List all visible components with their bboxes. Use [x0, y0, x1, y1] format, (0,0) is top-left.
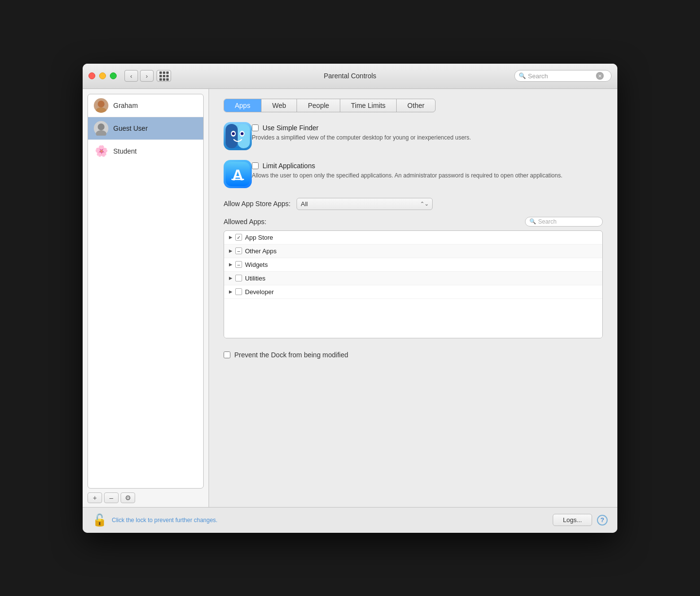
svg-point-9 — [232, 132, 235, 135]
expand-icon: ▶ — [229, 262, 232, 267]
avatar-student: 🌸 — [94, 144, 108, 158]
utilities-name: Utilities — [245, 275, 265, 282]
simple-finder-text: Use Simple Finder Provides a simplified … — [252, 122, 603, 142]
tab-apps[interactable]: Apps — [224, 99, 262, 112]
svg-point-0 — [98, 101, 105, 107]
widgets-checkbox[interactable]: – — [235, 261, 242, 268]
maximize-button[interactable] — [110, 72, 117, 79]
tab-people[interactable]: People — [297, 99, 340, 112]
svg-point-3 — [96, 130, 106, 136]
lock-icon[interactable]: 🔓 — [92, 513, 107, 527]
svg-rect-6 — [238, 124, 250, 148]
nav-buttons: ‹ › — [124, 70, 154, 82]
developer-name: Developer — [245, 288, 274, 296]
expand-icon: ▶ — [229, 248, 232, 253]
add-user-button[interactable]: + — [88, 492, 102, 503]
allowed-apps-search[interactable]: 🔍 — [525, 217, 603, 227]
avatar-graham — [94, 98, 108, 113]
titlebar: ‹ › Parental Controls 🔍 ✕ — [83, 64, 617, 89]
user-item-student[interactable]: 🌸 Student — [88, 140, 203, 162]
svg-point-10 — [241, 132, 244, 135]
clear-search-button[interactable]: ✕ — [596, 72, 604, 80]
avatar-guest — [94, 121, 108, 136]
user-name-guest: Guest User — [113, 124, 148, 132]
expand-icon: ▶ — [229, 235, 232, 240]
grid-button[interactable] — [157, 70, 171, 82]
allow-app-store-row: Allow App Store Apps: All 4+ 9+ 12+ 17+ … — [224, 198, 603, 210]
main-window: ‹ › Parental Controls 🔍 ✕ — [83, 64, 617, 533]
list-item-utilities[interactable]: ▶ Utilities — [224, 272, 602, 285]
developer-checkbox[interactable] — [235, 288, 242, 295]
user-name-graham: Graham — [113, 102, 138, 109]
allow-app-store-label: Allow App Store Apps: — [224, 200, 291, 208]
search-icon-sm: 🔍 — [529, 218, 536, 225]
logs-button[interactable]: Logs... — [553, 514, 592, 526]
search-input[interactable] — [528, 72, 596, 80]
tab-time-limits[interactable]: Time Limits — [340, 99, 397, 112]
tab-other[interactable]: Other — [397, 99, 435, 112]
simple-finder-setting: Use Simple Finder Provides a simplified … — [224, 122, 603, 150]
help-button[interactable]: ? — [597, 515, 608, 526]
list-item-widgets[interactable]: ▶ – Widgets — [224, 258, 602, 272]
limit-apps-title: Limit Applications — [262, 162, 315, 170]
utilities-checkbox[interactable] — [235, 275, 242, 281]
traffic-lights — [88, 72, 117, 79]
back-button[interactable]: ‹ — [124, 70, 138, 82]
tab-web[interactable]: Web — [262, 99, 298, 112]
svg-rect-5 — [226, 124, 238, 148]
limit-apps-desc: Allows the user to open only the specifi… — [252, 172, 603, 180]
list-item-other-apps[interactable]: ▶ – Other Apps — [224, 245, 602, 258]
app-store-dropdown-container: All 4+ 9+ 12+ 17+ ⌃⌄ — [297, 198, 433, 210]
app-store-name: App Store — [245, 234, 273, 241]
limit-apps-text: Limit Applications Allows the user to op… — [252, 160, 603, 180]
allowed-apps-header: Allowed Apps: 🔍 — [224, 217, 603, 227]
simple-finder-title: Use Simple Finder — [262, 124, 318, 132]
other-apps-checkbox[interactable]: – — [235, 247, 242, 254]
settings-button[interactable]: ⚙ — [121, 492, 135, 503]
user-item-guest[interactable]: Guest User — [88, 117, 203, 140]
user-list: Graham Guest User 🌸 Student — [88, 94, 204, 489]
apps-list: ▶ ✓ App Store ▶ – Other Apps ▶ – Widgets… — [224, 230, 603, 338]
tab-bar: Apps Web People Time Limits Other — [224, 99, 436, 112]
sidebar: Graham Guest User 🌸 Student — [83, 89, 209, 507]
allowed-apps-search-input[interactable] — [538, 218, 598, 225]
limit-apps-setting: A Limit Applications Allows the user to … — [224, 160, 603, 188]
user-item-graham[interactable]: Graham — [88, 94, 203, 117]
close-button[interactable] — [88, 72, 95, 79]
svg-point-2 — [98, 123, 105, 130]
simple-finder-desc: Provides a simplified view of the comput… — [252, 134, 603, 142]
limit-apps-checkbox[interactable] — [252, 162, 259, 169]
expand-icon: ▶ — [229, 289, 232, 294]
forward-button[interactable]: › — [140, 70, 154, 82]
list-item-app-store[interactable]: ▶ ✓ App Store — [224, 231, 602, 245]
prevent-dock-label: Prevent the Dock from being modified — [234, 351, 348, 359]
allowed-apps-label: Allowed Apps: — [224, 218, 266, 226]
other-apps-name: Other Apps — [245, 247, 277, 255]
svg-point-1 — [96, 107, 106, 113]
list-item-developer[interactable]: ▶ Developer — [224, 285, 602, 299]
minimize-button[interactable] — [99, 72, 106, 79]
svg-text:A: A — [232, 166, 243, 184]
titlebar-search[interactable]: 🔍 ✕ — [514, 70, 612, 82]
bottom-bar: 🔓 Click the lock to prevent further chan… — [83, 507, 617, 533]
window-title: Parental Controls — [324, 72, 376, 80]
finder-icon — [224, 122, 252, 150]
prevent-dock-row: Prevent the Dock from being modified — [224, 351, 603, 359]
user-name-student: Student — [113, 147, 137, 155]
app-store-dropdown[interactable]: All 4+ 9+ 12+ 17+ — [297, 198, 433, 210]
lock-text[interactable]: Click the lock to prevent further change… — [112, 517, 217, 524]
main-content: Graham Guest User 🌸 Student — [83, 89, 617, 507]
prevent-dock-checkbox[interactable] — [224, 351, 230, 358]
app-store-checkbox[interactable]: ✓ — [235, 234, 242, 241]
appstore-icon: A — [224, 160, 252, 188]
simple-finder-checkbox[interactable] — [252, 124, 259, 131]
content-area: Apps Web People Time Limits Other — [209, 89, 617, 507]
expand-icon: ▶ — [229, 276, 232, 280]
widgets-name: Widgets — [245, 261, 268, 268]
search-icon: 🔍 — [519, 72, 526, 79]
sidebar-actions: + – ⚙ — [88, 489, 204, 507]
remove-user-button[interactable]: – — [104, 492, 119, 503]
